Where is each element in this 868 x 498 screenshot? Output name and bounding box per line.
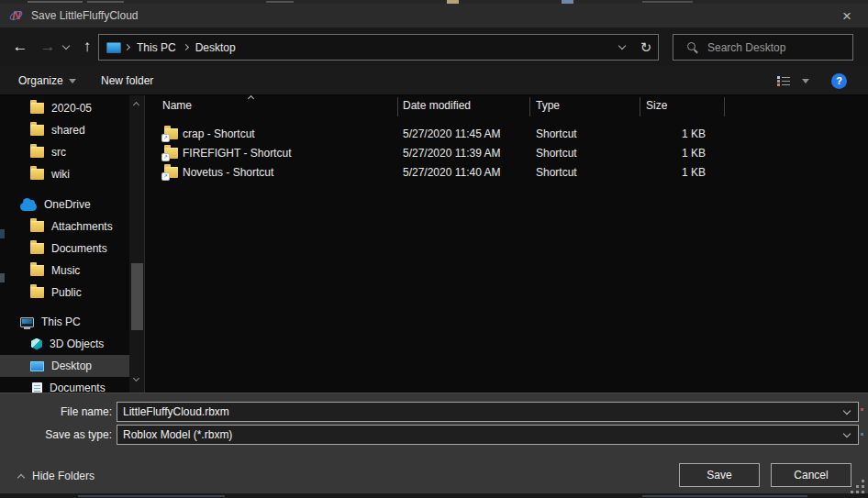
type-cell: Shortcut: [536, 166, 577, 179]
search-box[interactable]: [673, 34, 853, 61]
type-cell: Shortcut: [536, 127, 577, 140]
save-button[interactable]: Save: [679, 463, 760, 487]
file-name-combobox[interactable]: [117, 402, 859, 422]
view-options-button[interactable]: [802, 66, 809, 95]
sidebar-item-public[interactable]: Public: [0, 282, 129, 304]
date-modified-cell: 5/27/2020 11:40 AM: [403, 166, 501, 179]
sidebar-item-label: 3D Objects: [50, 338, 104, 350]
breadcrumb-separator-icon: [183, 44, 189, 50]
forward-button[interactable]: →: [35, 28, 61, 66]
dropdown-triangle-icon: [69, 79, 76, 83]
sidebar-item-attachments[interactable]: Attachments: [0, 216, 129, 238]
file-name-row: File name:: [0, 402, 868, 422]
column-separator[interactable]: [640, 97, 640, 116]
file-row[interactable]: crap - Shortcut5/27/2020 11:45 AMShortcu…: [146, 125, 868, 144]
address-dropdown-button[interactable]: [610, 35, 634, 60]
edge-artifact: [861, 433, 863, 436]
back-button[interactable]: ←: [7, 28, 33, 66]
sidebar-item-label: shared: [51, 124, 85, 137]
new-folder-button[interactable]: New folder: [101, 66, 153, 95]
this-pc-icon: [106, 42, 121, 53]
breadcrumb-desktop[interactable]: Desktop: [192, 41, 239, 54]
file-name-label: File name:: [0, 405, 112, 418]
search-input[interactable]: [707, 41, 852, 54]
edge-artifact: [861, 408, 863, 411]
breadcrumb-separator-icon: [124, 44, 130, 50]
type-cell: Shortcut: [536, 147, 577, 160]
sidebar-item-documents[interactable]: Documents: [0, 377, 129, 393]
background-artifact: [642, 495, 807, 497]
search-icon: [686, 41, 698, 53]
column-separator[interactable]: [529, 97, 530, 116]
file-row[interactable]: Novetus - Shortcut5/27/2020 11:40 AMShor…: [146, 163, 868, 183]
sidebar-item-label: wiki: [51, 168, 70, 181]
cancel-button[interactable]: Cancel: [771, 463, 851, 487]
sidebar-item-label: Music: [51, 264, 80, 277]
sidebar-item-onedrive[interactable]: OneDrive: [0, 194, 129, 216]
title-bar: N Save LittleFluffyCloud ×: [0, 4, 868, 28]
file-rows: crap - Shortcut5/27/2020 11:45 AMShortcu…: [146, 125, 868, 183]
save-as-type-label: Save as type:: [0, 428, 112, 441]
file-row[interactable]: FIREFIGHT - Shortcut5/27/2020 11:39 AMSh…: [146, 144, 868, 163]
save-panel: File name: Save as type: Roblox Model (*…: [0, 393, 868, 493]
organize-label: Organize: [18, 74, 63, 87]
column-header-type[interactable]: Type: [536, 99, 560, 112]
date-modified-cell: 5/27/2020 11:45 AM: [403, 127, 501, 140]
up-button[interactable]: ↑: [75, 28, 99, 66]
sidebar-item-label: src: [51, 146, 66, 159]
chevron-down-icon[interactable]: [843, 430, 851, 437]
column-separator[interactable]: [397, 97, 398, 116]
organize-button[interactable]: Organize: [18, 66, 76, 95]
column-header-date-modified[interactable]: Date modified: [403, 99, 471, 112]
sidebar-item-src[interactable]: src: [0, 141, 129, 163]
folder-icon: [30, 147, 44, 158]
sidebar-item-this-pc[interactable]: This PC: [0, 311, 129, 333]
file-name-input[interactable]: [117, 405, 844, 418]
size-cell: 1 KB: [640, 147, 706, 160]
change-view-button[interactable]: [777, 66, 791, 95]
save-as-type-combobox[interactable]: Roblox Model (*.rbxm): [117, 425, 859, 445]
sidebar-item-shared[interactable]: shared: [0, 119, 129, 141]
resize-grip[interactable]: [851, 480, 864, 493]
chevron-down-icon[interactable]: [843, 407, 851, 415]
scroll-down-icon[interactable]: [133, 375, 139, 382]
sidebar-scrollbar[interactable]: [129, 95, 145, 393]
file-name-cell: crap - Shortcut: [183, 127, 255, 140]
shortcut-folder-icon: [164, 148, 178, 159]
shortcut-folder-icon: [164, 128, 178, 139]
sidebar-item-documents[interactable]: Documents: [0, 238, 129, 260]
recent-locations-button[interactable]: [59, 28, 73, 66]
background-artifact: [266, 1, 294, 3]
column-header-name[interactable]: Name: [162, 99, 192, 112]
background-artifact: [642, 1, 693, 3]
folder-icon: [30, 243, 44, 254]
sidebar-item-music[interactable]: Music: [0, 260, 129, 282]
sidebar-item-wiki[interactable]: wiki: [0, 163, 129, 185]
file-name-cell: Novetus - Shortcut: [183, 166, 273, 179]
breadcrumb-this-pc[interactable]: This PC: [133, 41, 180, 54]
close-button[interactable]: ×: [831, 4, 862, 28]
column-separator[interactable]: [724, 97, 725, 116]
address-bar[interactable]: This PC Desktop ↻: [98, 34, 659, 61]
save-dialog-window: N Save LittleFluffyCloud × ← → ↑ This PC…: [0, 0, 868, 498]
help-button[interactable]: ?: [831, 66, 847, 95]
cloud-icon: [20, 203, 37, 211]
sidebar-item-2020-05[interactable]: 2020-05: [0, 97, 129, 119]
scroll-up-icon[interactable]: [133, 102, 139, 108]
shortcut-folder-icon: [164, 167, 178, 178]
sidebar-item-desktop[interactable]: Desktop: [0, 355, 129, 377]
column-header-size[interactable]: Size: [646, 99, 667, 112]
background-artifact: [28, 1, 83, 3]
sidebar-item-label: Public: [51, 286, 82, 299]
sidebar-item-label: This PC: [41, 315, 81, 328]
sidebar-item-label: 2020-05: [51, 102, 92, 115]
sidebar-list: 2020-05sharedsrcwikiOneDriveAttachmentsD…: [0, 97, 129, 393]
sidebar-item-3d-objects[interactable]: 3D Objects: [0, 333, 129, 355]
scrollbar-thumb[interactable]: [131, 263, 143, 330]
refresh-button[interactable]: ↻: [634, 35, 658, 60]
chevron-up-icon: [17, 473, 25, 481]
hide-folders-button[interactable]: Hide Folders: [18, 470, 95, 482]
folder-icon: [30, 125, 44, 136]
background-window-sliver: [0, 493, 868, 498]
edge-artifact: [0, 273, 5, 282]
